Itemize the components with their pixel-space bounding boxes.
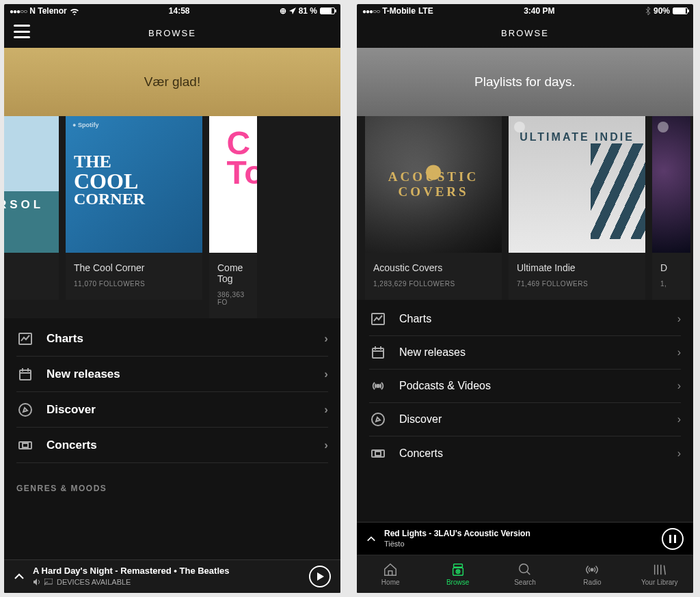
clock: 14:58 xyxy=(169,6,190,16)
menu-concerts[interactable]: Concerts › xyxy=(369,436,681,470)
tab-browse[interactable]: Browse xyxy=(424,555,491,593)
chevron-right-icon: › xyxy=(677,313,681,325)
menu-new-releases[interactable]: New releases › xyxy=(16,357,328,392)
charts-icon xyxy=(369,310,387,328)
artist-name: Tiësto xyxy=(384,539,654,549)
follower-count: 11,070 FOLLOWERS xyxy=(74,280,194,288)
playlist-card[interactable]: C Tog Come Tog 386,363 FO xyxy=(209,116,257,318)
playlist-card[interactable]: ● Spotify THE COOL CORNER The Cool Corne… xyxy=(66,116,202,318)
battery-pct: 90% xyxy=(654,6,670,16)
menu-charts[interactable]: Charts › xyxy=(16,321,328,357)
header: BROWSE xyxy=(4,18,340,48)
svg-rect-13 xyxy=(669,535,671,543)
section-header: GENRES & MOODS xyxy=(16,463,328,500)
playlist-art: ULTIMATE INDIE xyxy=(509,116,645,253)
svg-point-9 xyxy=(377,385,379,387)
svg-rect-14 xyxy=(674,535,676,543)
calendar-icon xyxy=(369,344,387,361)
menu-podcasts-videos[interactable]: Podcasts & Videos › xyxy=(369,370,681,403)
playlist-title: mmersol xyxy=(4,262,51,273)
signal-dots-icon: ●●●○○ xyxy=(362,8,379,15)
pause-button[interactable] xyxy=(662,528,684,550)
now-playing-info: Red Lights - 3LAU's Acoustic Version Tië… xyxy=(384,529,654,549)
follower-count: 386,363 FO xyxy=(217,291,249,306)
playlist-card[interactable]: D 1, xyxy=(652,116,690,300)
playlist-carousel[interactable]: SOMMERSOL mmersol 58 FOLLOWERS ● Spotify… xyxy=(4,116,340,318)
svg-rect-2 xyxy=(20,370,31,380)
tab-library[interactable]: Your Library xyxy=(626,555,693,593)
devices-label: DEVICES AVAILABLE xyxy=(57,577,131,587)
menu-label: Discover xyxy=(399,413,442,426)
menu-charts[interactable]: Charts › xyxy=(369,303,681,336)
track-title: A Hard Day's Night - Remastered • The Be… xyxy=(33,566,301,577)
battery-icon xyxy=(320,8,335,14)
menu-label: Podcasts & Videos xyxy=(399,380,491,392)
tab-label: Home xyxy=(381,579,400,586)
menu-discover[interactable]: Discover › xyxy=(16,392,328,428)
menu-label: Charts xyxy=(46,332,83,346)
svg-point-20 xyxy=(591,568,594,571)
svg-point-3 xyxy=(19,404,31,416)
chevron-right-icon: › xyxy=(677,413,681,426)
compass-icon xyxy=(16,401,34,419)
svg-rect-6 xyxy=(44,579,53,584)
tab-search[interactable]: Search xyxy=(492,555,558,593)
tab-radio[interactable]: Radio xyxy=(558,555,625,593)
speaker-icon xyxy=(33,579,40,585)
hero-banner[interactable]: Vær glad! xyxy=(4,48,340,116)
header-title: BROWSE xyxy=(148,28,196,38)
follower-count: 58 FOLLOWERS xyxy=(4,280,51,288)
playlist-title: Ultimate Indie xyxy=(517,262,637,273)
header-title: BROWSE xyxy=(501,28,549,38)
menu-button[interactable] xyxy=(14,25,30,38)
battery-pct: 81 % xyxy=(299,6,317,16)
menu-label: Charts xyxy=(399,313,431,325)
tab-bar: Home Browse Search Radio Your Library xyxy=(357,555,693,593)
now-playing-bar[interactable]: Red Lights - 3LAU's Acoustic Version Tië… xyxy=(357,522,693,555)
playlist-art: C Tog xyxy=(209,116,257,253)
ticket-icon xyxy=(16,436,34,454)
charts-icon xyxy=(16,330,34,348)
tab-home[interactable]: Home xyxy=(357,555,424,593)
chevron-right-icon: › xyxy=(324,403,328,417)
menu-label: Discover xyxy=(46,403,96,417)
playlist-card[interactable]: SOMMERSOL mmersol 58 FOLLOWERS xyxy=(4,116,59,318)
menu-concerts[interactable]: Concerts › xyxy=(16,428,328,463)
bluetooth-icon xyxy=(645,7,651,15)
chevron-up-icon[interactable] xyxy=(14,571,25,582)
menu-label: New releases xyxy=(46,367,120,381)
header: BROWSE xyxy=(357,18,693,48)
menu-label: Concerts xyxy=(46,439,97,452)
spotify-icon: ● Spotify xyxy=(72,122,98,128)
playlist-art: ACOUSTIC COVERS xyxy=(365,116,502,253)
hero-text: Playlists for days. xyxy=(474,74,576,89)
clock: 3:40 PM xyxy=(524,6,554,16)
tab-label: Your Library xyxy=(641,579,678,586)
play-button[interactable] xyxy=(309,566,331,587)
svg-rect-5 xyxy=(23,443,28,447)
track-title: Red Lights - 3LAU's Acoustic Version xyxy=(384,529,654,540)
follower-count: 1, xyxy=(660,280,682,288)
phone-left: ●●●○○ N Telenor 14:58 ⊕ 81 % BROWSE Vær … xyxy=(4,4,340,593)
hero-banner[interactable]: Playlists for days. xyxy=(357,48,693,116)
network-label: LTE xyxy=(418,6,433,16)
spotify-icon xyxy=(215,122,226,133)
hero-text: Vær glad! xyxy=(144,74,200,89)
playlist-card[interactable]: ULTIMATE INDIE Ultimate Indie 71,469 FOL… xyxy=(509,116,645,300)
status-bar: ●●●○○ N Telenor 14:58 ⊕ 81 % xyxy=(4,4,340,18)
chevron-right-icon: › xyxy=(324,439,328,452)
svg-point-19 xyxy=(520,564,528,573)
playlist-art xyxy=(652,116,690,253)
broadcast-icon xyxy=(369,377,387,395)
menu-new-releases[interactable]: New releases › xyxy=(369,336,681,370)
menu-discover[interactable]: Discover › xyxy=(369,403,681,436)
chevron-right-icon: › xyxy=(677,346,681,359)
svg-rect-8 xyxy=(373,348,383,358)
chevron-up-icon[interactable] xyxy=(366,534,376,544)
playlist-card[interactable]: ACOUSTIC COVERS Acoustic Covers 1,283,62… xyxy=(365,116,502,300)
playlist-carousel[interactable]: ACOUSTIC COVERS Acoustic Covers 1,283,62… xyxy=(357,116,693,300)
chevron-right-icon: › xyxy=(324,367,328,381)
now-playing-bar[interactable]: A Hard Day's Night - Remastered • The Be… xyxy=(4,559,340,593)
playlist-title: The Cool Corner xyxy=(74,262,194,273)
battery-icon xyxy=(673,8,688,14)
